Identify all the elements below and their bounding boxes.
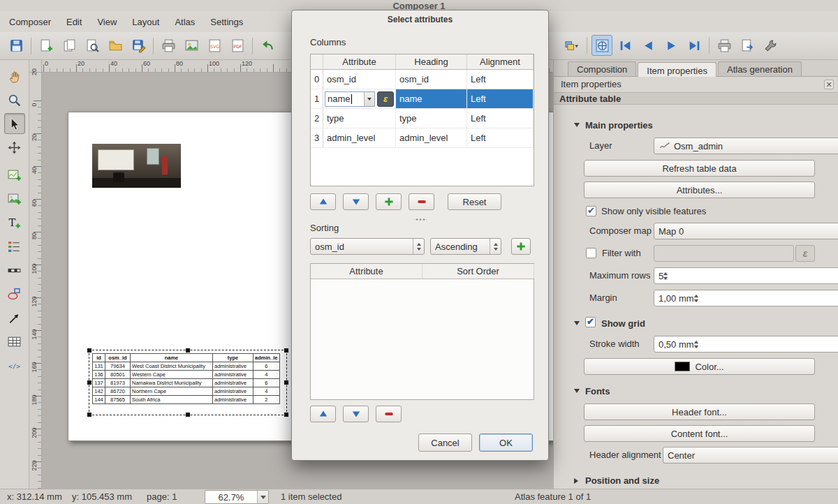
zoom-combo-arrow-icon[interactable]	[257, 491, 268, 503]
export-pdf-button[interactable]: PDF	[227, 36, 248, 57]
group-show-grid[interactable]: Show grid	[554, 317, 838, 331]
heading-cell[interactable]: admin_level	[396, 128, 467, 147]
alignment-cell[interactable]: Left	[467, 109, 534, 128]
attributes-button[interactable]: Attributes...	[584, 181, 815, 198]
alignment-cell[interactable]: Left	[467, 128, 534, 147]
atlas-last-feature-button[interactable]	[684, 35, 705, 56]
splitter-handle[interactable]	[414, 217, 427, 221]
pan-tool[interactable]	[4, 66, 25, 87]
export-image-button[interactable]	[181, 36, 202, 57]
attribute-cell[interactable]: type	[323, 109, 396, 128]
add-shape-button[interactable]	[4, 283, 25, 304]
stroke-width-spinbox[interactable]: 0,50 mm	[654, 336, 838, 353]
atlas-next-feature-button[interactable]	[661, 35, 682, 56]
alignment-cell[interactable]: Left	[467, 89, 534, 108]
add-arrow-button[interactable]	[4, 307, 25, 328]
atlas-previous-feature-button[interactable]	[638, 35, 659, 56]
margin-spinner[interactable]	[694, 295, 698, 302]
move-sort-down-button[interactable]	[343, 406, 369, 422]
remove-attribute-button[interactable]	[409, 193, 434, 210]
maximum-rows-spinner[interactable]	[663, 272, 668, 280]
tab-atlas-generation[interactable]: Atlas generation	[718, 61, 802, 76]
header-font-button[interactable]: Header font...	[584, 403, 815, 420]
show-only-visible-checkbox[interactable]	[586, 206, 596, 216]
add-attribute-button[interactable]	[376, 193, 402, 210]
filter-expression-input[interactable]	[654, 245, 794, 262]
add-attribute-table-button[interactable]	[4, 331, 25, 352]
tab-item-properties[interactable]: Item properties	[638, 62, 716, 77]
composer-map-combo[interactable]: Map 0	[654, 223, 838, 239]
atlas-preview-toggle[interactable]	[591, 35, 612, 56]
columns-table-row[interactable]: 2typetypeLeft	[311, 109, 534, 128]
menu-view[interactable]: View	[89, 13, 124, 31]
move-sort-up-button[interactable]	[310, 406, 336, 422]
add-legend-button[interactable]	[4, 236, 25, 257]
atlas-settings-button[interactable]	[760, 35, 781, 56]
export-svg-button[interactable]: SVG	[204, 36, 225, 57]
menu-edit[interactable]: Edit	[59, 13, 89, 31]
sorting-attribute-spinner[interactable]	[413, 239, 424, 254]
columns-table-row[interactable]: 3admin_leveladmin_levelLeft	[311, 128, 534, 148]
menu-settings[interactable]: Settings	[203, 13, 251, 31]
heading-cell[interactable]: osm_id	[396, 70, 467, 89]
save-as-template-button[interactable]	[128, 36, 149, 57]
stroke-width-spinner[interactable]	[694, 341, 698, 348]
attribute-edit-combo[interactable]: name	[325, 91, 375, 107]
attribute-cell[interactable]: osm_id	[323, 70, 396, 89]
zoom-level-combo[interactable]: 62.7%	[205, 490, 269, 504]
content-font-button[interactable]: Content font...	[584, 425, 815, 442]
columns-table-row[interactable]: 1nameεnameLeft	[311, 89, 534, 109]
print-atlas-button[interactable]	[714, 35, 735, 56]
menu-atlas[interactable]: Atlas	[167, 13, 203, 31]
print-button[interactable]	[158, 36, 179, 57]
attribute-cell[interactable]: admin_level	[323, 128, 396, 147]
zoom-tool[interactable]	[4, 89, 25, 110]
save-button[interactable]	[6, 36, 27, 57]
grid-color-button[interactable]: Color...	[584, 358, 815, 375]
ok-button[interactable]: OK	[479, 433, 533, 452]
move-item-content-tool[interactable]	[4, 137, 25, 158]
sorting-attribute-combo[interactable]: osm_id	[310, 238, 425, 255]
attribute-table-item[interactable]: idosm_idnametypeadmin_le13179634West Coa…	[92, 353, 280, 404]
alignment-cell[interactable]: Left	[467, 70, 534, 89]
composer-manager-button[interactable]	[82, 36, 103, 57]
remove-sort-button[interactable]	[376, 406, 402, 422]
panel-close-button[interactable]: ✕	[824, 80, 834, 89]
add-map-button[interactable]	[4, 165, 25, 186]
attribute-expression-button[interactable]: ε	[377, 91, 394, 107]
group-main-properties[interactable]: Main properties	[554, 119, 838, 133]
picture-item[interactable]	[92, 144, 181, 188]
group-fonts[interactable]: Fonts	[554, 385, 838, 399]
add-html-button[interactable]: </>	[4, 355, 25, 376]
margin-spinbox[interactable]: 1,00 mm	[654, 290, 838, 306]
heading-cell[interactable]: name	[396, 89, 467, 108]
move-attribute-down-button[interactable]	[343, 193, 369, 210]
export-atlas-button[interactable]	[737, 35, 758, 56]
menu-layout[interactable]: Layout	[124, 13, 167, 31]
header-alignment-combo[interactable]: Center	[663, 447, 838, 464]
reset-columns-button[interactable]: Reset	[448, 193, 501, 210]
show-grid-checkbox[interactable]	[585, 317, 596, 327]
duplicate-composition-button[interactable]	[59, 36, 80, 57]
move-attribute-up-button[interactable]	[310, 193, 336, 210]
add-label-button[interactable]: T	[4, 212, 25, 233]
tab-composition[interactable]: Composition	[568, 61, 636, 76]
attribute-cell[interactable]: nameε	[323, 89, 396, 108]
atlas-first-feature-button[interactable]	[615, 35, 635, 56]
cancel-button[interactable]: Cancel	[418, 433, 472, 452]
maximum-rows-spinbox[interactable]: 5	[654, 267, 838, 284]
sorting-order-spinner[interactable]	[490, 239, 501, 254]
menu-composer[interactable]: Composer	[1, 13, 59, 31]
add-sort-column-button[interactable]	[511, 238, 531, 255]
group-position-and-size[interactable]: Position and size	[554, 474, 838, 488]
layer-dropdown[interactable]	[561, 35, 582, 56]
columns-table-row[interactable]: 0osm_idosm_idLeft	[311, 70, 534, 89]
load-template-button[interactable]	[105, 36, 126, 57]
add-image-button[interactable]	[4, 188, 25, 209]
undo-button[interactable]	[257, 36, 278, 57]
filter-expression-button[interactable]: ε	[795, 245, 815, 262]
refresh-table-data-button[interactable]: Refresh table data	[584, 160, 815, 177]
select-move-item-tool[interactable]	[4, 113, 25, 134]
layer-combo[interactable]: Osm_admin	[654, 138, 838, 154]
add-scalebar-button[interactable]	[4, 260, 25, 281]
